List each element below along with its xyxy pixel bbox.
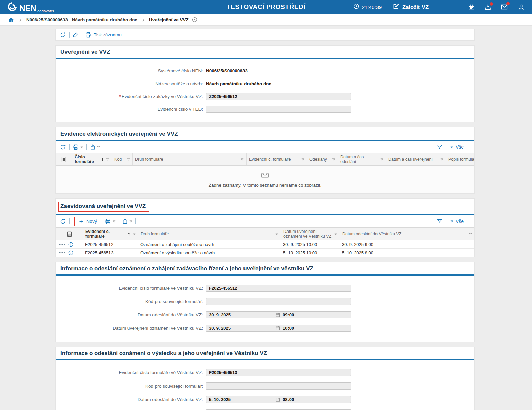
clock: 21:40:39 (353, 3, 382, 11)
filter-preset-arrow-icon[interactable] (450, 146, 453, 148)
print-icon[interactable] (73, 144, 79, 150)
column-header-datum-uverejneni[interactable]: Datum uveřejnění oznámení ve Věstníku VZ (281, 228, 340, 240)
time-value[interactable]: 10:00 (280, 326, 294, 331)
divider (446, 144, 446, 150)
row-info-icon[interactable] (68, 242, 74, 247)
field-related-code: Kód pro související formulář: (56, 379, 474, 393)
menu-icon[interactable] (451, 5, 458, 10)
filter-arrow-icon[interactable] (106, 158, 109, 161)
vvz-number-input[interactable] (206, 93, 351, 100)
nen-logo[interactable]: NEN Zadavatel (7, 2, 54, 12)
sent-datetime-input[interactable]: 30. 9. 2025 09:00 (206, 311, 351, 318)
date-value[interactable]: 5. 10. 2025 (206, 397, 275, 402)
filter-icon[interactable] (437, 144, 443, 150)
divider (125, 32, 125, 38)
breadcrumb-item-current[interactable]: Uveřejnění ve VVZ (149, 17, 189, 22)
new-record-label: Nový (86, 219, 97, 224)
export-icon[interactable] (90, 144, 96, 150)
related-code-input[interactable] (206, 382, 351, 390)
field-value: Návrh památníku druhého dne (206, 81, 271, 86)
form-number-input[interactable] (206, 369, 351, 376)
ted-number-input[interactable] (206, 106, 351, 113)
breadcrumb-item-procedure[interactable]: N006/25/S00000633 - Návrh památníku druh… (26, 17, 137, 22)
column-settings-button[interactable] (56, 153, 72, 165)
close-tab-icon[interactable] (192, 17, 198, 23)
print-menu-arrow-icon[interactable] (113, 220, 116, 223)
filter-arrow-icon[interactable] (127, 158, 130, 161)
date-value[interactable]: 30. 9. 2025 (206, 312, 275, 317)
divider (446, 218, 446, 224)
related-code-input[interactable] (206, 298, 351, 305)
column-header-cislo-formulare[interactable]: Číslo formuláře (72, 153, 112, 165)
column-header-evidencni-c-formulare[interactable]: Evidenční č. formuláře (246, 153, 307, 165)
filter-arrow-icon[interactable] (380, 158, 383, 161)
time-value[interactable]: 08:00 (280, 397, 294, 402)
column-header-druh-formulare[interactable]: Druh formuláře (138, 228, 281, 240)
filter-arrow-icon[interactable] (332, 158, 335, 161)
clock-time: 21:40:39 (362, 4, 382, 10)
field-form-number: Evidenční číslo formuláře vě Věstníku VZ… (56, 366, 474, 379)
downloads-icon[interactable] (484, 4, 491, 11)
field-value: N006/25/S00000633 (206, 68, 248, 73)
column-header-odeslany[interactable]: Odeslaný (307, 153, 338, 165)
refresh-icon[interactable] (60, 218, 66, 225)
row-menu-icon[interactable] (59, 242, 66, 247)
field-label: Kód pro související formulář: (56, 383, 206, 389)
refresh-icon[interactable] (60, 144, 66, 150)
filter-arrow-icon[interactable] (275, 233, 278, 235)
mail-icon[interactable] (501, 3, 508, 11)
column-header-druh-formulare[interactable]: Druh formuláře (132, 153, 246, 165)
divider (69, 218, 70, 224)
date-value[interactable]: 30. 9. 2025 (206, 326, 275, 331)
row-menu-icon[interactable] (59, 250, 66, 255)
cell-form-type: Oznámení o výsledku soutěže o návrh (138, 250, 281, 255)
create-vz-button[interactable]: Založit VZ (393, 3, 429, 11)
empty-message: Žádné záznamy. V tomto seznamu nemáme co… (209, 183, 322, 188)
filter-icon[interactable] (437, 218, 443, 224)
refresh-icon[interactable] (60, 32, 66, 38)
column-settings-button[interactable] (56, 228, 83, 240)
edit-icon[interactable] (73, 32, 79, 38)
divider (135, 218, 136, 224)
row-info-icon[interactable] (68, 250, 74, 256)
time-value[interactable]: 09:00 (280, 312, 294, 317)
export-menu-arrow-icon[interactable] (97, 146, 100, 148)
export-menu-arrow-icon[interactable] (129, 220, 132, 223)
filter-arrow-icon[interactable] (469, 233, 472, 235)
filter-arrow-icon[interactable] (440, 158, 443, 161)
table-row[interactable]: F2025-456512 Oznámení o zahájení soutěže… (56, 240, 474, 249)
show-all-link[interactable]: Vše (456, 219, 464, 224)
evidence-empty-state: Žádné záznamy. V tomto seznamu nemáme co… (56, 166, 474, 193)
column-header-evidencni-c-formulare[interactable]: Evidenční č. formuláře (83, 228, 138, 240)
new-record-button[interactable]: Nový (78, 219, 97, 224)
calendar-icon[interactable] (275, 397, 280, 402)
required-marker: * (119, 94, 121, 99)
filter-arrow-icon[interactable] (133, 233, 136, 235)
user-icon[interactable] (518, 4, 525, 11)
filter-arrow-icon[interactable] (301, 158, 304, 161)
home-icon[interactable] (8, 17, 14, 23)
column-header-datum-odeslani[interactable]: Datum odeslání do Věstníku VZ (340, 228, 474, 240)
filter-preset-arrow-icon[interactable] (450, 220, 453, 223)
filter-arrow-icon[interactable] (334, 233, 337, 235)
column-header-popis-formulare[interactable]: Popis formuláře (446, 153, 474, 165)
form-number-input[interactable] (206, 285, 351, 292)
show-all-link[interactable]: Vše (456, 144, 464, 150)
published-datetime-input[interactable]: 30. 9. 2025 10:00 (206, 325, 351, 332)
calendar-icon[interactable] (275, 326, 280, 331)
print-record-button[interactable]: Tisk záznamu (85, 32, 122, 38)
table-row[interactable]: F2025-456513 Oznámení o výsledku soutěže… (56, 249, 474, 257)
export-icon[interactable] (122, 218, 128, 224)
print-icon[interactable] (105, 218, 111, 225)
divider (435, 2, 435, 12)
print-menu-arrow-icon[interactable] (80, 146, 83, 148)
column-header-datum-cas-uverejneni[interactable]: Datum a čas uveřejnění (386, 153, 446, 165)
sent-datetime-input[interactable]: 5. 10. 2025 08:00 (206, 396, 351, 403)
calendar-icon[interactable] (468, 4, 475, 11)
calendar-icon[interactable] (275, 312, 280, 317)
filter-arrow-icon[interactable] (241, 158, 244, 161)
column-header-datum-cas-odeslani[interactable]: Datum a čas odeslání (338, 153, 386, 165)
evidence-toolbar: Vše (56, 141, 474, 153)
evidence-grid-header: Číslo formuláře Kód Druh formuláře Evide… (56, 153, 474, 166)
column-header-kod[interactable]: Kód (112, 153, 132, 165)
